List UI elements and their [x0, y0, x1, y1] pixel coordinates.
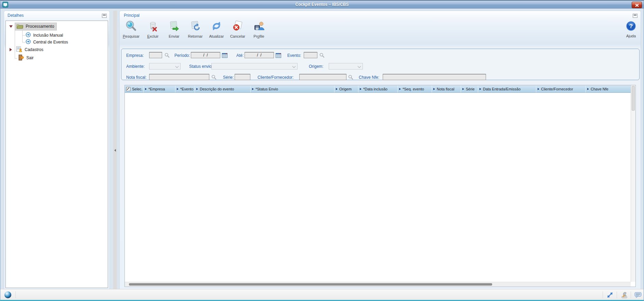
- chevron-down-icon: [292, 65, 296, 68]
- column-header-origem[interactable]: Origem: [334, 85, 358, 92]
- ajuda-button[interactable]: ? Ajuda: [626, 21, 636, 38]
- cancelar-button[interactable]: Cancelar: [229, 20, 247, 39]
- grid-body-empty[interactable]: [125, 93, 631, 282]
- column-header-status-envio[interactable]: *Status Envio: [251, 85, 334, 92]
- column-header-descricao[interactable]: Descrição do evento: [195, 85, 251, 92]
- vertical-scrollbar[interactable]: [631, 85, 635, 282]
- tree-item-cadastros[interactable]: Cadastros: [10, 46, 46, 53]
- filter-row-1: Empresa: Período: Até: Evento:: [121, 52, 639, 60]
- tree-collapse-arrow-icon[interactable]: [9, 25, 13, 28]
- horizontal-scrollbar-thumb[interactable]: [129, 283, 492, 286]
- magnifier-icon[interactable]: [348, 75, 353, 81]
- column-label: Data Entrada/Emissão: [483, 87, 521, 91]
- column-marker-icon: [145, 88, 147, 90]
- tree-item-label: Processamento: [26, 24, 54, 29]
- chave-nfe-input[interactable]: [383, 74, 486, 80]
- panel-splitter[interactable]: [113, 11, 117, 290]
- column-marker-icon: [252, 88, 254, 90]
- status-envio-label: Status envio:: [189, 64, 213, 69]
- tree-item-processamento[interactable]: Processamento: [9, 23, 57, 30]
- settings-wrench-icon[interactable]: [619, 290, 628, 299]
- column-marker-icon: [360, 88, 362, 90]
- tree-connector: [15, 30, 15, 59]
- empresa-label: Empresa:: [126, 53, 144, 58]
- magnifier-icon[interactable]: [165, 53, 170, 59]
- column-header-chave-nfe[interactable]: Chave Nfe: [586, 85, 631, 92]
- statusbar-right-icons: [600, 289, 642, 300]
- column-header-selec[interactable]: Selec.: [125, 85, 144, 92]
- tree-item-central-de-eventos[interactable]: Central de Eventos: [24, 39, 70, 46]
- nota-fiscal-input[interactable]: [149, 74, 209, 80]
- filters-fieldset: Empresa: Período: Até: Evento:: [121, 49, 640, 80]
- pesquisar-button[interactable]: Pesquisar: [122, 20, 141, 39]
- totvs-sphere-icon[interactable]: [4, 291, 11, 298]
- vertical-scrollbar-thumb[interactable]: [632, 86, 635, 111]
- main-panel: Principal Pesquisar Excluir Enviar: [119, 11, 641, 290]
- column-header-nota-fiscal[interactable]: Nota fiscal: [432, 85, 461, 92]
- send-document-icon: [168, 20, 180, 33]
- statusbar-divider: [617, 291, 617, 298]
- column-header-seq-evento[interactable]: *Seq. evento: [398, 85, 432, 92]
- serie-input[interactable]: [235, 74, 250, 80]
- select-all-checkbox[interactable]: [126, 87, 130, 91]
- column-header-empresa[interactable]: *Empresa: [144, 85, 175, 92]
- evento-input[interactable]: [304, 52, 317, 58]
- titlebar[interactable]: Cockpit Eventos – IBS/CBS: [0, 0, 644, 9]
- column-header-serie[interactable]: Série: [461, 85, 478, 92]
- tree-item-sair[interactable]: Sair: [17, 54, 36, 61]
- statusbar-divider: [603, 291, 603, 298]
- periodo-input[interactable]: [191, 52, 220, 58]
- calendar-icon[interactable]: [222, 53, 227, 59]
- close-button[interactable]: [632, 2, 642, 8]
- toolbar-label: file: [259, 34, 264, 38]
- evento-label: Evento:: [287, 53, 301, 58]
- tree-expand-arrow-icon[interactable]: [10, 48, 12, 51]
- ate-input[interactable]: [245, 52, 274, 58]
- ambiente-select[interactable]: [149, 63, 181, 70]
- magnifier-icon[interactable]: [211, 75, 216, 81]
- toolbar-label: E: [147, 34, 149, 38]
- toolbar: Pesquisar Excluir Enviar Retornar: [122, 20, 268, 44]
- column-marker-icon: [538, 88, 539, 90]
- column-header-cliente-fornecedor[interactable]: Cliente/Fornecedor: [536, 85, 586, 92]
- tree-item-inclusao-manual[interactable]: Inclusão Manual: [24, 32, 65, 39]
- periodo-label: Período:: [174, 53, 190, 58]
- splitter-collapse-arrow-icon[interactable]: [114, 149, 116, 152]
- column-header-data-entrada-emissao[interactable]: Data Entrada/Emissão: [478, 85, 536, 92]
- cliente-fornecedor-input[interactable]: [299, 74, 346, 80]
- column-marker-icon: [399, 88, 401, 90]
- window-title: Cockpit Eventos – IBS/CBS: [0, 1, 644, 8]
- column-header-data-inclusao[interactable]: *Data inclusão: [358, 85, 398, 92]
- enviar-button[interactable]: Enviar: [165, 20, 183, 39]
- calendar-icon[interactable]: [276, 53, 281, 59]
- chevron-down-icon: [358, 65, 361, 68]
- retornar-button[interactable]: Retornar: [186, 20, 204, 39]
- filter-row-3: Nota fiscal: Série: Cliente/Fornecedor: …: [121, 74, 639, 82]
- horizontal-scrollbar[interactable]: [125, 282, 631, 287]
- column-label: *Evento: [180, 87, 194, 91]
- excluir-button[interactable]: Excluir: [144, 20, 162, 39]
- search-icon: [125, 20, 137, 33]
- status-envio-select[interactable]: [211, 63, 298, 70]
- column-header-evento[interactable]: *Evento: [175, 85, 195, 92]
- chat-bubble-icon[interactable]: [633, 290, 642, 299]
- nota-fiscal-label: Nota fiscal:: [126, 75, 146, 80]
- open-folder-icon: [16, 23, 23, 30]
- grid-header-row: Selec. *Empresa *Evento Descrição do eve…: [125, 85, 631, 93]
- collapse-panel-icon[interactable]: [633, 14, 638, 18]
- navigation-tree: Processamento Inclusão Manual: [5, 21, 108, 288]
- origem-select[interactable]: [329, 63, 363, 70]
- toolbar-label: Pr: [253, 34, 257, 38]
- column-label: Origem: [339, 87, 352, 91]
- statusbar-divider: [631, 291, 631, 298]
- toolbar-label: xcluir: [150, 34, 159, 38]
- main-panel-title: Principal: [120, 11, 641, 20]
- column-marker-icon: [336, 88, 338, 90]
- resize-diagonal-icon[interactable]: [605, 290, 614, 299]
- empresa-input[interactable]: [149, 52, 162, 58]
- collapse-panel-icon[interactable]: [102, 14, 107, 18]
- magnifier-icon[interactable]: [319, 53, 325, 59]
- atualizar-button[interactable]: Atualizar: [208, 20, 225, 39]
- column-label: Selec.: [132, 87, 143, 91]
- profile-button[interactable]: Profile: [250, 20, 268, 39]
